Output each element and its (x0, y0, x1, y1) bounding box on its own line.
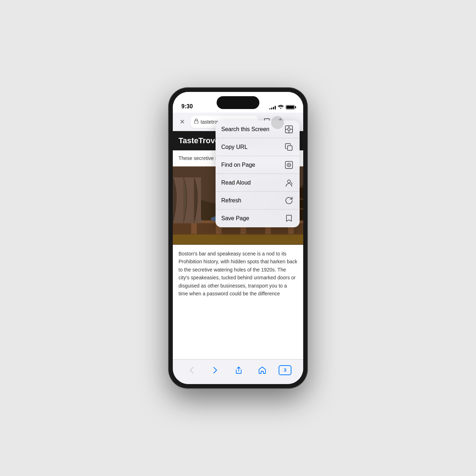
save-page-label: Save Page (221, 215, 249, 222)
menu-item-find-on-page[interactable]: Find on Page (216, 156, 300, 174)
find-on-page-label: Find on Page (221, 162, 255, 168)
read-aloud-label: Read Aloud (221, 180, 251, 186)
phone-frame: 9:30 (169, 88, 307, 388)
svg-rect-48 (288, 146, 292, 150)
menu-overlay[interactable]: Search this Screen (173, 92, 303, 384)
search-screen-icon (284, 124, 294, 134)
svg-point-53 (288, 180, 290, 183)
svg-point-43 (289, 129, 289, 130)
refresh-icon (284, 196, 294, 206)
context-menu: Search this Screen (216, 120, 300, 227)
menu-item-read-aloud[interactable]: Read Aloud (216, 174, 300, 192)
copy-url-icon (284, 142, 294, 152)
menu-item-copy-url[interactable]: Copy URL (216, 138, 300, 156)
menu-item-save-page[interactable]: Save Page (216, 209, 300, 227)
share-button-highlight (271, 116, 284, 129)
search-screen-label: Search this Screen (221, 126, 269, 133)
find-on-page-icon (284, 160, 294, 170)
save-page-icon (284, 213, 294, 223)
phone-screen: 9:30 (173, 92, 303, 384)
refresh-label: Refresh (221, 197, 241, 204)
copy-url-label: Copy URL (221, 144, 248, 150)
read-aloud-icon (284, 178, 294, 188)
menu-item-search-screen[interactable]: Search this Screen (216, 120, 300, 138)
menu-item-refresh[interactable]: Refresh (216, 192, 300, 209)
